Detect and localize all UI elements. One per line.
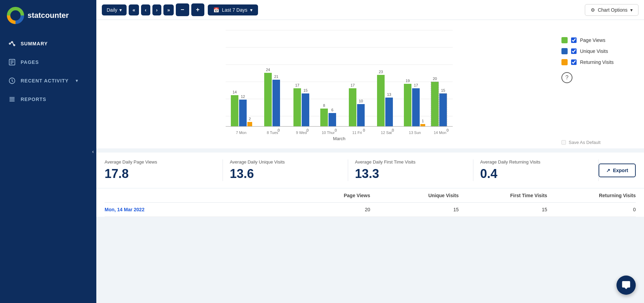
nav-next-button[interactable]: › [152,4,162,15]
svg-text:1: 1 [422,119,424,123]
save-default-option: Save As Default [561,133,637,145]
avg-page-views-label: Average Daily Page Views [105,159,216,165]
svg-rect-42 [329,113,336,126]
svg-text:21: 21 [274,75,278,79]
svg-text:23: 23 [379,70,383,74]
svg-text:17: 17 [295,83,299,87]
svg-text:15: 15 [303,88,308,92]
row-returning: 0 [547,207,636,212]
chat-button[interactable] [616,276,636,295]
svg-text:24: 24 [266,68,270,72]
table-col-date [105,193,282,198]
svg-text:14: 14 [233,90,237,94]
toolbar: Daily ▾ « ‹ › » − + 📅 Last 7 Days ▾ ⚙ Ch… [96,0,644,20]
chart-options-button[interactable]: ⚙ Chart Options ▾ [585,4,638,16]
sidebar-item-reports[interactable]: REPORTS [0,90,96,109]
sidebar-item-reports-label: REPORTS [21,97,46,102]
stat-avg-unique-visits: Average Daily Unique Visits 13.6 [223,159,348,181]
svg-text:9 Wed: 9 Wed [296,131,307,135]
returning-visits-checkbox[interactable] [571,59,577,65]
svg-text:15: 15 [441,88,445,92]
period-dropdown[interactable]: Daily ▾ [102,4,127,15]
avg-page-views-value: 17.8 [105,167,216,181]
calendar-icon: 📅 [213,7,219,13]
returning-visits-color [561,59,568,65]
svg-text:13 Sun: 13 Sun [409,131,421,135]
svg-text:20: 20 [433,77,437,81]
svg-rect-24 [247,122,252,126]
row-unique-visits: 15 [370,207,459,212]
export-icon: ↗ [606,168,610,173]
svg-point-1 [9,43,11,44]
svg-line-5 [13,42,14,45]
avg-returning-label: Average Daily Returning Visits [480,159,591,165]
svg-rect-59 [404,84,411,126]
avg-unique-visits-value: 13.6 [230,167,341,181]
date-range-chevron-icon: ▾ [250,7,253,13]
nav-last-button[interactable]: » [163,4,174,15]
table-col-page-views: Page Views [282,193,370,198]
stats-section: Average Daily Page Views 17.8 Average Da… [96,153,644,188]
sidebar-item-recent-activity[interactable]: RECENT ACTIVITY ▾ [0,71,96,90]
svg-rect-23 [239,100,247,126]
unique-visits-label: Unique Visits [580,48,608,54]
statcounter-logo-icon [7,7,24,24]
svg-text:0: 0 [335,128,337,132]
svg-text:17: 17 [351,83,355,87]
sidebar-toggle-button[interactable]: ‹ [90,144,96,159]
nav-first-button[interactable]: « [129,4,139,15]
svg-text:8: 8 [323,103,325,108]
chart-container: 14 12 2 7 Mon 24 21 0 8 Tues 17 15 0 9 W… [96,20,644,148]
svg-rect-66 [431,82,439,126]
svg-text:19: 19 [406,79,410,83]
pages-icon [8,58,16,66]
chart-options-label: Chart Options [598,7,627,13]
stat-avg-page-views: Average Daily Page Views 17.8 [105,159,223,181]
svg-text:7 Mon: 7 Mon [236,131,247,135]
export-button[interactable]: ↗ Export [599,164,636,177]
returning-visits-label: Returning Visits [580,59,614,65]
sidebar-item-summary-label: SUMMARY [21,41,48,46]
chart-options-chevron-icon: ▾ [630,7,633,13]
legend-item-page-views: Page Views [561,37,637,43]
period-chevron-icon: ▾ [119,7,122,13]
zoom-out-button[interactable]: − [176,3,189,16]
save-default-checkbox[interactable] [561,140,566,145]
svg-rect-36 [302,93,309,126]
svg-text:12: 12 [241,94,245,99]
row-date[interactable]: Mon, 14 Mar 2022 [105,207,282,212]
gear-icon: ⚙ [591,7,595,13]
svg-text:0: 0 [363,128,365,132]
unique-visits-checkbox[interactable] [571,48,577,54]
nav-prev-button[interactable]: ‹ [141,4,150,15]
svg-text:0: 0 [392,128,394,132]
sidebar: statcounter SUMMARY PAGES RECENT ACTIVIT… [0,0,96,303]
legend-item-unique-visits: Unique Visits [561,48,637,54]
svg-text:March: March [333,136,345,141]
date-range-button[interactable]: 📅 Last 7 Days ▾ [208,4,258,15]
table-col-first-time: First Time Visits [459,193,547,198]
sidebar-item-summary[interactable]: SUMMARY [0,34,96,53]
svg-rect-47 [349,88,356,126]
page-views-color [561,37,568,43]
zoom-in-button[interactable]: + [191,3,205,16]
svg-text:14 Mon: 14 Mon [434,131,447,135]
stats-row: Average Daily Page Views 17.8 Average Da… [105,159,636,181]
avg-unique-visits-label: Average Daily Unique Visits [230,159,341,165]
svg-rect-22 [231,95,238,126]
svg-rect-48 [357,104,365,126]
svg-text:6: 6 [331,108,333,112]
svg-rect-61 [420,124,425,126]
svg-line-4 [10,42,11,43]
page-views-checkbox[interactable] [571,37,577,43]
table-header: Page Views Unique Visits First Time Visi… [105,189,636,203]
bar-chart: 14 12 2 7 Mon 24 21 0 8 Tues 17 15 0 9 W… [103,27,555,144]
help-icon[interactable]: ? [561,72,572,83]
sidebar-item-pages[interactable]: PAGES [0,53,96,71]
svg-text:0: 0 [307,128,309,132]
stat-avg-returning: Average Daily Returning Visits 0.4 [473,159,599,181]
svg-text:10: 10 [359,99,363,103]
svg-rect-35 [293,88,301,126]
period-label: Daily [107,7,117,13]
reports-icon [8,96,16,103]
